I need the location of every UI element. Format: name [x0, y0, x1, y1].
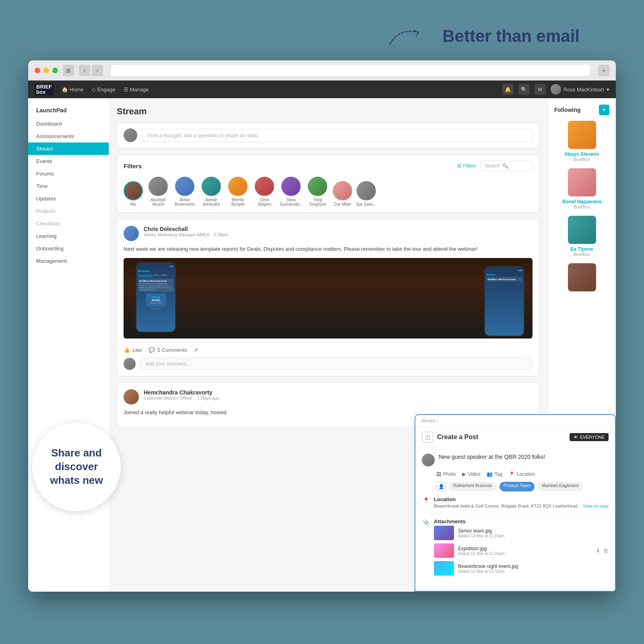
cp-tag-1[interactable]: Product Team — [500, 482, 535, 491]
notifications-button[interactable]: 🔔 — [502, 84, 514, 95]
location-label: Location — [517, 471, 535, 477]
following-person-1[interactable]: Abayo Stevens BriefBox — [554, 121, 609, 162]
following-avatar-2 — [568, 168, 596, 196]
sidebar-item-updates[interactable]: Updates — [28, 192, 109, 205]
filter-avatar-me[interactable]: Me — [124, 181, 143, 206]
messages-button[interactable]: ✉ — [535, 84, 546, 95]
sidebar-section-title: LaunchPad — [28, 105, 109, 118]
back-button[interactable]: ‹ — [79, 65, 90, 76]
cp-photo-button[interactable]: 🖼 Photo — [436, 471, 456, 477]
following-avatar-1 — [568, 121, 596, 149]
forward-button[interactable]: › — [92, 65, 103, 76]
cp-tag-button[interactable]: 👥 Tag — [487, 471, 502, 477]
minimize-button[interactable] — [43, 68, 49, 73]
post-2-time: 1 Days ago — [197, 396, 220, 400]
cp-tag-2[interactable]: Marleah Eagleston — [538, 482, 583, 491]
annotation-arrow-icon — [386, 24, 434, 48]
attach-download-button[interactable]: ⬇ — [596, 547, 601, 554]
filter-avatar-5[interactable]: Ored Sjögren — [253, 177, 276, 206]
cp-location-button[interactable]: 📍 Location — [509, 471, 535, 477]
share-button[interactable]: ↗ — [194, 347, 198, 353]
filters-toggle-button[interactable]: ⊞ Filters — [457, 163, 476, 169]
sidebar-item-forums[interactable]: Forums — [28, 167, 109, 180]
filter-avatar-3[interactable]: Ashish Asharaful — [200, 177, 223, 206]
app-logo: BRIEF box — [35, 83, 54, 95]
cp-location-title: Location — [434, 496, 609, 502]
comment-input[interactable]: Add your comment... — [140, 358, 533, 370]
search-nav-button[interactable]: 🔍 — [518, 84, 530, 95]
cp-everyone-button[interactable]: 👁 EVERYONE — [570, 433, 609, 441]
attach-thumb-1 — [434, 543, 454, 558]
filter-name-4: Merrile Burgett — [227, 198, 249, 206]
like-button[interactable]: 👍 Like — [124, 347, 142, 353]
video-icon: ▶ — [462, 471, 466, 477]
app-navbar: BRIEF box 🏠 Home ◇ Engage ☰ Manage 🔔 🔍 ✉… — [28, 80, 616, 98]
following-avatar-3 — [568, 216, 596, 244]
cp-location-text: Beaverbrook hotel & Golf Course, Reigate… — [434, 504, 580, 508]
attach-thumb-2 — [434, 561, 454, 576]
close-button[interactable] — [35, 68, 40, 73]
filter-avatar-1[interactable]: Akumjeli Akuchi — [147, 177, 169, 206]
filters-bar: Filters ⊞ Filters Search 🔍 — [117, 155, 539, 213]
post-2-header: Hemchandra Chakravorty Customer Metrics … — [124, 389, 533, 405]
nav-arrows: ‹ › — [79, 65, 103, 76]
sidebar-item-management[interactable]: Management — [28, 255, 109, 267]
sidebar-item-dashboard[interactable]: Dashboard — [28, 118, 109, 130]
view-on-map-button[interactable]: View on map — [583, 504, 609, 508]
filters-search-box[interactable]: Search 🔍 — [480, 161, 533, 171]
sidebar-item-projects: Projects — [28, 205, 109, 217]
better-than-email-annotation: Better than email — [386, 24, 580, 48]
everyone-label: EVERYONE — [580, 435, 605, 440]
comments-button[interactable]: 💬 5 Comments — [149, 347, 187, 353]
filter-avatar-img-7 — [308, 177, 327, 196]
filter-avatar-4[interactable]: Merrile Burgett — [227, 177, 249, 206]
share-icon: ↗ — [194, 347, 198, 353]
add-following-button[interactable]: + — [599, 105, 609, 115]
sidebar-toggle-button[interactable]: ⊞ — [63, 65, 74, 76]
sidebar: LaunchPad Dashboard Announcements Stream… — [28, 98, 109, 592]
cp-tags-row: 👤 Rutherford Brannan Product Team Marlea… — [422, 482, 609, 491]
nav-engage[interactable]: ◇ Engage — [92, 87, 116, 93]
url-bar[interactable] — [111, 65, 590, 76]
photo-label: Photo — [443, 471, 456, 477]
attach-name-2: Beaverbrook night event.jpg — [458, 564, 609, 569]
share-circle: Share and discover whats new — [32, 423, 121, 511]
cp-tag-0[interactable]: Rutherford Brannan — [449, 482, 496, 491]
user-menu-button[interactable]: Ross MacKintosh ▾ — [551, 84, 609, 95]
cp-location-row: Beaverbrook hotel & Golf Course, Reigate… — [434, 504, 609, 508]
cp-location-section: 📍 Location Beaverbrook hotel & Golf Cour… — [422, 496, 609, 514]
following-person-2[interactable]: Bonel Nqqawana BriefBox — [554, 168, 609, 209]
sidebar-item-stream[interactable]: Stream — [28, 142, 109, 155]
cp-video-button[interactable]: ▶ Video — [462, 471, 480, 477]
video-label: Video — [468, 471, 480, 477]
filter-avatar-8[interactable]: Zoe Miller — [333, 181, 352, 206]
filters-header: Filters ⊞ Filters Search 🔍 — [124, 161, 533, 171]
cp-post-icon: ◫ — [422, 431, 433, 443]
sidebar-item-time[interactable]: Time — [28, 180, 109, 192]
post-1-meta: Chris Doleschall Senior Marketing Manage… — [144, 226, 228, 237]
following-person-3[interactable]: Ea Tipene BriefBox — [554, 216, 609, 257]
attach-info-1: Expidition.jpg Added 12 Mar at 11:26am — [458, 546, 592, 556]
following-title: Following — [554, 107, 580, 113]
cp-breadcrumb: Stream / — [415, 415, 615, 427]
filter-avatar-7[interactable]: Yong Tonghyon — [306, 177, 329, 206]
filter-avatar-6[interactable]: Stina Gunnarsdo... — [280, 177, 302, 206]
post-input[interactable]: Post a thought, ask a question or share … — [142, 129, 533, 142]
nav-manage[interactable]: ☰ Manage — [124, 87, 149, 93]
filter-avatar-2[interactable]: Anton Brownstein — [173, 177, 196, 206]
nav-home[interactable]: 🏠 Home — [62, 87, 84, 93]
eye-icon: 👁 — [574, 435, 578, 440]
new-tab-button[interactable]: + — [598, 65, 609, 76]
sidebar-item-events[interactable]: Events — [28, 155, 109, 167]
attach-delete-button[interactable]: 🗑 — [603, 547, 609, 554]
sidebar-item-announcements[interactable]: Announcements — [28, 130, 109, 142]
filter-name-7: Yong Tonghyon — [306, 198, 329, 206]
filter-avatar-9[interactable]: Sar Sado... — [356, 181, 376, 206]
following-person-4[interactable] — [554, 263, 609, 294]
search-icon: 🔍 — [502, 163, 508, 169]
attach-date-1: Added 12 Mar at 11:26am — [458, 551, 592, 556]
maximize-button[interactable] — [52, 68, 58, 73]
sidebar-item-onboarding[interactable]: Onboarding — [28, 242, 109, 255]
sidebar-item-learning[interactable]: Learning — [28, 230, 109, 242]
create-post-overlay: Stream / ◫ Create a Post 👁 EVERYONE New … — [415, 414, 616, 592]
